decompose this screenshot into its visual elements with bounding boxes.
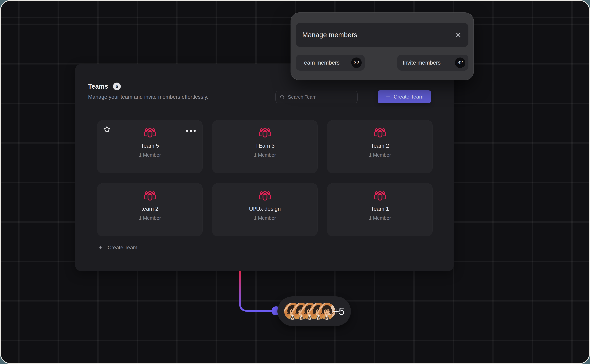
- popup-tabs: Team members 32 Invite members 32: [296, 55, 468, 71]
- search-team-input[interactable]: Search Team: [275, 91, 358, 104]
- team-members: 1 Member: [327, 152, 433, 158]
- team-card[interactable]: Team 5 1 Member: [97, 120, 203, 173]
- team-name: Team 2: [327, 143, 433, 149]
- member-avatar: [318, 303, 335, 320]
- team-people-icon: [374, 128, 386, 138]
- avatar-group: [284, 303, 335, 320]
- more-options-button[interactable]: [186, 130, 196, 132]
- team-name: UI/Ux design: [212, 206, 318, 212]
- popup-title: Manage members: [302, 31, 357, 39]
- team-members: 1 Member: [327, 215, 433, 221]
- team-members: 1 Member: [212, 215, 318, 221]
- create-team-link[interactable]: Create Team: [98, 245, 137, 251]
- teams-grid: Team 5 1 Member TEam 3 1 Member Team 2 1…: [97, 120, 433, 236]
- members-avatar-pill[interactable]: +5: [278, 296, 351, 326]
- plus-icon: [385, 94, 391, 99]
- team-card[interactable]: TEam 3 1 Member: [212, 120, 318, 173]
- panel-subtitle: Manage your team and invite members effo…: [88, 94, 208, 100]
- app-canvas: Teams 6 Manage your team and invite memb…: [0, 0, 590, 364]
- team-members: 1 Member: [212, 152, 318, 158]
- manage-members-popup: Manage members Team members 32 Invite me…: [291, 13, 474, 80]
- tab-team-members-label: Team members: [301, 59, 339, 66]
- panel-header: Teams 6 Manage your team and invite memb…: [88, 83, 208, 100]
- team-people-icon: [259, 128, 271, 138]
- create-team-button[interactable]: Create Team: [378, 90, 431, 104]
- team-people-icon: [144, 128, 156, 138]
- create-team-button-label: Create Team: [394, 94, 423, 100]
- team-card[interactable]: team 2 1 Member: [97, 183, 203, 236]
- team-name: Team 1: [327, 206, 433, 212]
- create-team-link-label: Create Team: [108, 245, 137, 251]
- teams-count-badge: 6: [113, 83, 121, 90]
- team-people-icon: [144, 191, 156, 201]
- team-card[interactable]: Team 2 1 Member: [327, 120, 433, 173]
- team-name: team 2: [97, 206, 202, 212]
- team-card[interactable]: Team 1 1 Member: [327, 183, 433, 236]
- avatar-overflow-count: +5: [333, 305, 344, 317]
- team-name: TEam 3: [212, 143, 318, 149]
- search-icon: [280, 94, 285, 99]
- tab-invite-members-label: Invite members: [403, 59, 441, 66]
- tab-invite-members[interactable]: Invite members 32: [397, 55, 468, 71]
- team-people-icon: [374, 191, 386, 201]
- teams-panel: Teams 6 Manage your team and invite memb…: [75, 64, 454, 271]
- popup-header: Manage members: [296, 23, 468, 47]
- star-icon[interactable]: [103, 125, 111, 133]
- team-card[interactable]: UI/Ux design 1 Member: [212, 183, 318, 236]
- search-placeholder: Search Team: [288, 94, 317, 100]
- tab-team-members[interactable]: Team members 32: [296, 55, 365, 71]
- page-title: Teams: [88, 83, 108, 90]
- plus-icon: [98, 245, 103, 250]
- tab-team-members-count: 32: [351, 58, 362, 68]
- team-people-icon: [259, 191, 271, 201]
- team-members: 1 Member: [97, 152, 202, 158]
- team-members: 1 Member: [97, 215, 202, 221]
- team-name: Team 5: [97, 143, 202, 149]
- tab-invite-members-count: 32: [455, 58, 465, 68]
- close-icon[interactable]: [455, 31, 462, 39]
